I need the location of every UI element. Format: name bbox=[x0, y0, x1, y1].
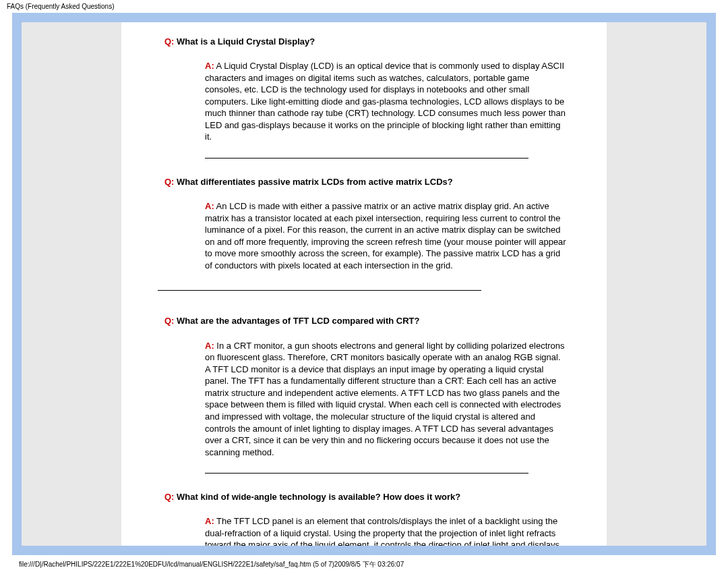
a-text: A Liquid Crystal Display (LCD) is an opt… bbox=[205, 61, 566, 142]
q-prefix: Q: bbox=[164, 36, 174, 47]
q-text: What are the advantages of TFT LCD compa… bbox=[174, 316, 419, 326]
faq-item-3: Q: What are the advantages of TFT LCD co… bbox=[121, 315, 607, 474]
q-text: What is a Liquid Crystal Display? bbox=[174, 36, 315, 47]
faq-question: Q: What is a Liquid Crystal Display? bbox=[164, 36, 566, 48]
a-text: The TFT LCD panel is an element that con… bbox=[205, 516, 559, 555]
divider bbox=[205, 158, 528, 159]
a-prefix: A: bbox=[205, 516, 214, 526]
q-text: What kind of wide-angle technology is av… bbox=[174, 492, 460, 502]
footer-file-path: file:///D|/Rachel/PHILIPS/222E1/222E1%20… bbox=[19, 560, 404, 569]
faq-answer: A: A Liquid Crystal Display (LCD) is an … bbox=[205, 60, 566, 143]
document-frame: Q: What is a Liquid Crystal Display? A: … bbox=[12, 13, 716, 555]
a-text: In a CRT monitor, a gun shoots electrons… bbox=[205, 341, 565, 457]
divider bbox=[205, 473, 528, 474]
a-prefix: A: bbox=[205, 61, 214, 71]
faq-item-4: Q: What kind of wide-angle technology is… bbox=[121, 491, 607, 555]
document-page: Q: What is a Liquid Crystal Display? A: … bbox=[121, 22, 607, 555]
faq-answer: A: An LCD is made with either a passive … bbox=[205, 200, 566, 271]
faq-answer: A: The TFT LCD panel is an element that … bbox=[205, 515, 566, 555]
a-prefix: A: bbox=[205, 201, 214, 211]
q-prefix: Q: bbox=[164, 316, 174, 326]
header-title: FAQs (Frequently Asked Questions) bbox=[0, 0, 728, 13]
faq-question: Q: What are the advantages of TFT LCD co… bbox=[164, 315, 566, 327]
divider bbox=[158, 290, 481, 291]
a-prefix: A: bbox=[205, 341, 214, 351]
faq-item-2: Q: What differentiates passive matrix LC… bbox=[121, 176, 607, 291]
q-text: What differentiates passive matrix LCDs … bbox=[174, 177, 452, 187]
faq-answer: A: In a CRT monitor, a gun shoots electr… bbox=[205, 340, 566, 458]
faq-item-1: Q: What is a Liquid Crystal Display? A: … bbox=[121, 36, 607, 159]
q-prefix: Q: bbox=[164, 177, 174, 187]
a-text: An LCD is made with either a passive mat… bbox=[205, 201, 566, 270]
faq-question: Q: What kind of wide-angle technology is… bbox=[164, 491, 566, 503]
q-prefix: Q: bbox=[164, 492, 174, 502]
faq-question: Q: What differentiates passive matrix LC… bbox=[164, 176, 566, 188]
